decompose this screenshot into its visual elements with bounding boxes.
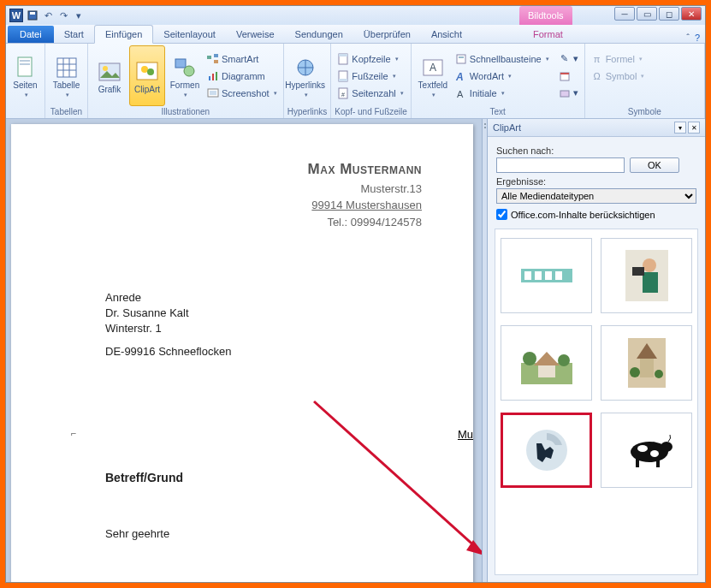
title-bar: W ↶ ↷ ▾ Bildtools ─ ▭ ◻ ✕ (6, 6, 705, 25)
media-type-select[interactable]: Alle Mediendateitypen (496, 188, 696, 204)
close-button[interactable]: ✕ (681, 7, 702, 21)
clipart-thumb-house2[interactable] (601, 325, 692, 401)
object-icon (559, 87, 571, 99)
picture-tools-tab: Bildtools (519, 6, 572, 25)
pane-close-icon[interactable]: ✕ (688, 122, 700, 134)
search-input[interactable] (496, 157, 625, 173)
formel-button[interactable]: πFormel (589, 50, 648, 68)
clipart-thumb-cow[interactable] (601, 413, 692, 488)
seitenzahl-button[interactable]: #Seitenzahl (335, 85, 406, 102)
tab-verweise[interactable]: Verweise (226, 26, 285, 43)
wordart-button[interactable]: AWordArt (453, 68, 552, 85)
office-content-label: Office.com-Inhalte berücksichtigen (511, 210, 655, 220)
restore-button[interactable]: ▭ (637, 7, 657, 21)
search-ok-button[interactable]: OK (630, 157, 679, 173)
clipart-button[interactable]: ClipArt (129, 45, 165, 106)
svg-rect-5 (57, 58, 76, 77)
textfeld-button[interactable]: A Textfeld (415, 45, 451, 106)
svg-point-63 (655, 370, 663, 378)
hyperlinks-button[interactable]: Hyperlinks (287, 45, 323, 106)
tabelle-button[interactable]: Tabelle (49, 45, 84, 106)
grafik-button[interactable]: Grafik (92, 45, 127, 106)
redo-icon[interactable]: ↷ (57, 9, 69, 21)
qat-dropdown-icon[interactable]: ▾ (73, 9, 85, 21)
svg-point-44 (484, 127, 486, 128)
tab-ansicht[interactable]: Ansicht (421, 26, 472, 43)
tab-ueberpruefen[interactable]: Überprüfen (353, 26, 421, 43)
signature-button[interactable]: ✎▾ (556, 50, 581, 68)
pagenumber-icon: # (337, 87, 349, 99)
minimize-ribbon-icon[interactable]: ˆ (686, 33, 690, 43)
tab-start[interactable]: Start (54, 26, 94, 43)
save-icon[interactable] (27, 9, 39, 21)
formen-button[interactable]: Formen (167, 45, 203, 106)
schnellbausteine-button[interactable]: Schnellbausteine (453, 50, 552, 68)
file-tab[interactable]: Datei (8, 26, 54, 43)
initiale-button[interactable]: AInitiale (453, 85, 552, 102)
fusszeile-button[interactable]: Fußzeile (335, 68, 406, 85)
signature-icon: ✎ (559, 53, 571, 65)
addr-street: Winterstr. 1 (105, 321, 422, 336)
word-app-icon[interactable]: W (9, 9, 23, 22)
quickparts-icon (455, 53, 467, 65)
help-icon[interactable]: ? (695, 33, 700, 43)
datetime-button[interactable] (556, 68, 581, 85)
svg-point-70 (661, 442, 672, 452)
object-button[interactable]: ▾ (556, 85, 581, 102)
svg-rect-69 (656, 459, 660, 467)
tab-format[interactable]: Format (523, 26, 573, 43)
clipart-results[interactable] (495, 229, 698, 575)
tab-seitenlayout[interactable]: Seitenlayout (153, 26, 226, 43)
svg-point-57 (523, 352, 536, 365)
svg-point-13 (141, 66, 148, 73)
clipart-thumb-runners[interactable] (501, 413, 592, 488)
greeting-line: Sehr geehrte (105, 527, 422, 540)
clipart-task-pane: ClipArt ▾ ✕ Suchen nach: OK Ergebnisse: … (487, 119, 705, 582)
smartart-button[interactable]: SmartArt (204, 50, 280, 68)
datetime-icon (559, 70, 571, 82)
svg-rect-22 (216, 72, 217, 80)
clipart-thumb-photographer[interactable] (601, 238, 692, 313)
symbol-icon: Ω (591, 70, 603, 82)
clipart-thumb-filmstrip[interactable] (501, 238, 592, 313)
screenshot-button[interactable]: Screenshot (204, 85, 280, 102)
svg-point-58 (558, 354, 570, 366)
svg-rect-61 (640, 359, 654, 377)
svg-text:A: A (455, 71, 464, 81)
pane-menu-icon[interactable]: ▾ (674, 122, 686, 134)
svg-point-43 (484, 123, 486, 125)
svg-point-67 (650, 450, 659, 457)
minimize-button[interactable]: ─ (614, 7, 635, 21)
tab-sendungen[interactable]: Sendungen (285, 26, 353, 43)
diagramm-button[interactable]: Diagramm (204, 68, 280, 85)
document-viewport[interactable]: Max Mustermann Musterstr.13 99914 Muster… (6, 119, 482, 582)
quick-access-toolbar: W ↶ ↷ ▾ (6, 9, 85, 22)
svg-point-66 (637, 445, 648, 452)
sender-name: Max Mustermann (105, 158, 422, 181)
sender-street: Musterstr.13 (105, 181, 422, 198)
seiten-button[interactable]: Seiten (9, 45, 41, 106)
tab-einfuegen[interactable]: Einfügen (94, 25, 153, 44)
smartart-icon (207, 53, 219, 65)
cut-text-mu: Mu (458, 428, 473, 441)
wordart-icon: A (455, 70, 467, 82)
svg-rect-27 (339, 54, 347, 56)
svg-rect-29 (339, 79, 347, 81)
symbol-button[interactable]: ΩSymbol (589, 68, 648, 85)
svg-rect-56 (538, 365, 555, 377)
svg-rect-68 (636, 459, 639, 467)
clipart-icon (135, 60, 159, 84)
kopfzeile-button[interactable]: Kopfzeile (335, 50, 406, 68)
kopf-fuss-group-label: Kopf- und Fußzeile (335, 106, 407, 118)
illustrationen-group-label: Illustrationen (92, 106, 280, 118)
text-group-label: Text (415, 106, 581, 118)
svg-point-51 (643, 258, 656, 272)
undo-icon[interactable]: ↶ (42, 9, 54, 21)
picture-icon (98, 60, 121, 84)
hyperlinks-group-label: Hyperlinks (287, 106, 328, 118)
hyperlink-icon (293, 56, 317, 80)
office-content-checkbox[interactable] (496, 209, 507, 220)
svg-rect-1 (30, 12, 35, 15)
clipart-thumb-house1[interactable] (501, 325, 592, 401)
maximize-button[interactable]: ◻ (659, 7, 679, 21)
